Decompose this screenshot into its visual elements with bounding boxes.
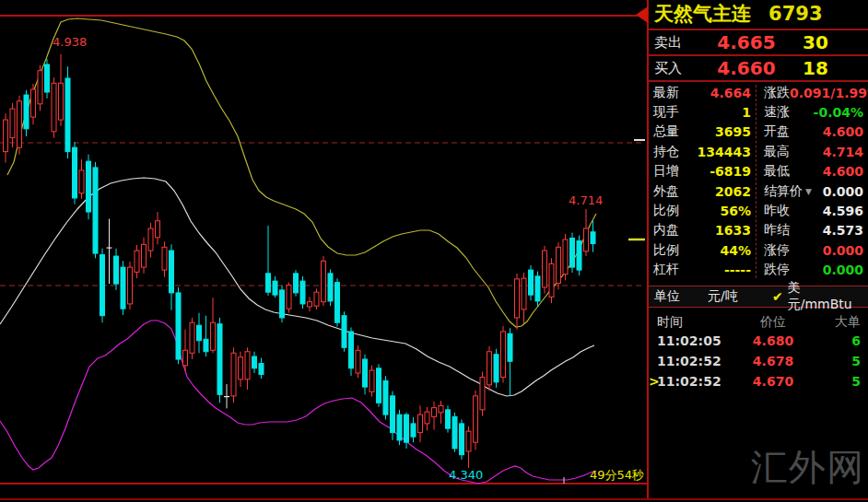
bid-row: 买入 4.660 18 — [649, 56, 868, 82]
stat-value: 1633 — [694, 223, 757, 238]
panel-collapse-icon[interactable] — [636, 6, 648, 23]
settlement-label[interactable]: 结算价 — [757, 183, 803, 200]
stats-row: 最新 4.664 涨跌 0.091/1.99% — [649, 83, 868, 102]
tick-time: 11:02:05 — [657, 333, 721, 348]
stat-value: 1 — [694, 105, 757, 120]
tick-table: 时间 价位 大单 11:02:05 4.680 6 11:02:52 4.678… — [649, 313, 868, 391]
stat-label: 最新 — [649, 85, 694, 101]
stats-row: 总量 3695 开盘 4.600 — [649, 123, 868, 142]
unit-row: 单位 元/吨 ✔ 美元/mmBtu — [649, 286, 868, 308]
unit-option-usd[interactable]: 美元/mmBtu — [783, 280, 868, 313]
stat-value: 3695 — [694, 124, 757, 139]
site-watermark: 汇外网 — [751, 442, 864, 493]
ask-qty: 30 — [787, 31, 868, 53]
tick-price: 4.680 — [733, 333, 813, 348]
stat-value: 56% — [694, 204, 757, 218]
stat-label: 最低 — [757, 163, 790, 180]
stats-row: 杠杆 ----- 跌停 0.000 — [649, 261, 868, 280]
stat-label: 涨跌 — [757, 85, 790, 101]
table-row: >11:02:52 4.670 5 — [649, 371, 868, 391]
bid-label: 买入 — [649, 60, 706, 77]
ask-label: 卖出 — [649, 34, 706, 52]
trading-app-window: 4.9384.7144.34049分54秒 天然气主连 6793 卖出 4.66… — [0, 0, 868, 502]
stat-value: 4.600 — [790, 124, 868, 139]
ask-row: 卖出 4.665 30 — [649, 30, 868, 56]
stat-value: 4.596 — [790, 204, 868, 218]
col-lots: 大单 — [813, 314, 868, 331]
tick-time: 11:02:52 — [657, 374, 721, 389]
svg-text:49分54秒: 49分54秒 — [590, 468, 644, 482]
stats-row: 内盘 1633 昨结 4.573 — [649, 221, 868, 240]
stat-label: 速涨 — [757, 104, 790, 121]
stats-row: 现手 1 速涨 -0.04% — [649, 102, 868, 122]
quote-panel: 天然气主连 6793 卖出 4.665 30 买入 4.660 18 最新 4.… — [647, 0, 868, 498]
tick-lots: 6 — [813, 333, 868, 348]
tick-price: 4.678 — [733, 354, 813, 368]
svg-text:4.714: 4.714 — [569, 193, 603, 207]
stat-label: 杠杆 — [649, 262, 694, 278]
stats-row: 持仓 134443 最高 4.714 — [649, 142, 868, 161]
tick-lots: 5 — [813, 374, 868, 389]
svg-text:4.340: 4.340 — [449, 468, 483, 482]
stat-value: -0.04% — [790, 105, 868, 120]
stat-label: 内盘 — [649, 222, 694, 239]
stat-value: ----- — [694, 263, 757, 277]
stat-value: 2062 — [694, 184, 757, 199]
stat-label: 昨收 — [757, 203, 790, 219]
bid-price: 4.660 — [706, 57, 787, 79]
stat-value: 134443 — [694, 145, 757, 159]
stat-label: 涨停 — [757, 242, 790, 259]
stats-row: 日增 -6819 最低 4.600 — [649, 162, 868, 181]
stat-value: 0.000 — [790, 243, 868, 258]
stat-label: 现手 — [649, 104, 694, 121]
stat-label: 外盘 — [649, 183, 694, 200]
stat-label: 开盘 — [757, 123, 790, 140]
stat-label: 日增 — [649, 163, 694, 180]
bid-qty: 18 — [787, 57, 868, 79]
col-price: 价位 — [733, 314, 813, 331]
tick-lots: 5 — [813, 354, 868, 368]
stat-label: 最高 — [757, 144, 790, 160]
window-bottom-border — [0, 498, 868, 500]
stat-value: 44% — [694, 243, 757, 258]
row-marker: > — [649, 374, 657, 389]
stat-value: 4.600 — [790, 164, 868, 179]
tick-table-header: 时间 价位 大单 — [649, 313, 868, 331]
stat-label: 持仓 — [649, 144, 694, 160]
chevron-down-icon[interactable]: ▼ — [803, 187, 812, 196]
stat-label: 比例 — [649, 242, 694, 259]
candlestick-chart-canvas[interactable]: 4.9384.7144.34049分54秒 — [0, 0, 647, 502]
stat-value: 4.664 — [694, 86, 757, 100]
stat-value: 4.573 — [790, 223, 868, 238]
ask-price: 4.665 — [706, 31, 787, 53]
instrument-code: 6793 — [768, 3, 822, 25]
stat-label: 总量 — [649, 123, 694, 140]
unit-option-cny[interactable]: 元/吨 — [708, 288, 772, 305]
stats-row: 比例 56% 昨收 4.596 — [649, 201, 868, 220]
tick-time: 11:02:52 — [657, 354, 721, 368]
check-icon: ✔ — [772, 289, 783, 304]
stat-value: 4.714 — [790, 145, 868, 159]
tick-price: 4.670 — [733, 374, 813, 389]
stat-value: 0.000 — [790, 263, 868, 277]
stat-label: 比例 — [649, 203, 694, 219]
stat-value: -6819 — [694, 164, 757, 179]
col-time: 时间 — [649, 314, 733, 331]
stats-grid: 最新 4.664 涨跌 0.091/1.99% 现手 1 速涨 -0.04% 总… — [649, 83, 868, 280]
instrument-title: 天然气主连 6793 — [649, 0, 868, 30]
unit-label: 单位 — [649, 288, 708, 305]
stat-value: 0.000 — [812, 184, 868, 199]
stat-value: 0.091/1.99% — [790, 86, 868, 100]
svg-text:4.938: 4.938 — [53, 35, 87, 49]
table-row: 11:02:52 4.678 5 — [649, 351, 868, 371]
stat-label: 昨结 — [757, 222, 790, 239]
instrument-name: 天然气主连 — [649, 3, 751, 25]
stat-label: 跌停 — [757, 262, 790, 278]
stats-row: 比例 44% 涨停 0.000 — [649, 240, 868, 260]
stats-row: 外盘 2062 结算价 ▼ 0.000 — [649, 181, 868, 201]
table-row: 11:02:05 4.680 6 — [649, 331, 868, 351]
